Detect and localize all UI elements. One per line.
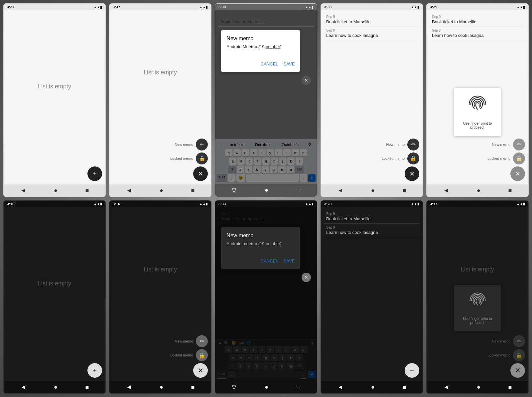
time-1-3: 3:38 [218,5,226,9]
new-memo-btn-1-5[interactable]: ✏ [513,139,525,150]
nav-back-2-3[interactable]: ▽ [232,383,236,391]
status-icons-2-2: ▲▲▮ [199,202,208,206]
status-bar-2-4: 3:28 ▲▲▮ [321,201,423,207]
close-btn-1-3[interactable]: ✕ [302,76,311,85]
nav-home-2-3[interactable]: ● [265,384,268,391]
phone-1-2: 3:37 ▲▲▮ List is empty New memo ✏ Locked… [109,3,211,197]
nav-home-2-1[interactable]: ● [54,384,58,391]
nav-home-1-2[interactable]: ● [160,187,163,194]
nav-home-2-5[interactable]: ● [477,384,480,391]
status-bar-1-5: 3:39 ▲▲▮ [427,4,528,10]
memo-date-2-4-1: Sep 9 [326,212,417,216]
fab-add-2-4[interactable]: + [405,363,419,378]
locked-memo-btn-2-2[interactable]: 🔒 [196,349,208,361]
fab-close-1-5[interactable]: ✕ [510,166,525,181]
save-btn-1-3[interactable]: SAVE [284,61,295,66]
dialog-actions-1-3: CANCEL SAVE [226,61,295,66]
status-bar-2-2: 3:16 ▲▲▮ [109,201,211,207]
time-1-4: 3:38 [324,5,332,9]
locked-memo-row-1-4: Locked memo 🔒 [382,152,419,164]
nav-home-1-3[interactable]: ● [265,187,268,194]
locked-memo-row-2-5: Locked memo 🔒 [487,349,525,361]
nav-recent-2-4[interactable]: ■ [402,384,406,391]
new-memo-btn-2-2[interactable]: ✏ [196,335,208,347]
nav-back-2-5[interactable]: ◄ [443,384,449,391]
nav-home-2-2[interactable]: ● [160,384,163,391]
fp-text-1-5: Use finger print to proceed. [461,121,494,129]
nav-recent-1-5[interactable]: ■ [508,187,512,194]
phone-1-5: 3:39 ▲▲▮ Sep 9 Book ticket to Marseille … [426,3,529,197]
fab-close-2-2[interactable]: ✕ [193,363,208,378]
dialog-content-2-3[interactable]: Android meetup (19 october) [226,241,295,254]
locked-memo-btn-1-4[interactable]: 🔒 [407,152,419,164]
nav-bar-1-2: ◄ ● ■ [109,184,211,197]
dialog-content-1-3[interactable]: Android Meetup (19 october) [226,44,295,57]
nav-home-1-1[interactable]: ● [54,187,58,194]
nav-bar-2-1: ◄ ● ■ [4,381,105,393]
fingerprint-overlay-1-5[interactable]: Use finger print to proceed. [454,88,501,136]
nav-recent-2-5[interactable]: ■ [508,384,512,391]
memo-item-2-4-2[interactable]: Sep 9 Learn how to cook lasagna [324,224,420,237]
memo-item-1-4-1[interactable]: Sep 9 Book ticket to Marseille [324,13,420,27]
status-bar-2-3: 3:33 ▲▲▮ [215,201,317,207]
fab-close-2-5[interactable]: ✕ [510,363,525,378]
status-bar-1-4: 3:38 ▲▲▮ [321,4,423,10]
cancel-btn-1-3[interactable]: CANCEL [261,61,278,66]
fab-area-2-2: New memo ✏ Locked memo 🔒 ✕ [109,332,211,381]
fab-add-2-1[interactable]: + [87,363,102,378]
nav-home-2-4[interactable]: ● [371,384,375,391]
fab-area-1-1: + [4,163,105,184]
content-2-4: Sep 9 Book ticket to Marseille Sep 9 Lea… [321,207,423,381]
nav-back-1-1[interactable]: ◄ [20,187,26,194]
status-bar-1-2: 3:37 ▲▲▮ [109,4,211,10]
status-bar-2-5: 3:17 ▲▲▮ [427,201,528,207]
save-btn-2-3[interactable]: SAVE [284,258,295,263]
nav-recent-1-1[interactable]: ■ [85,187,89,194]
status-icons-2-5: ▲▲▮ [516,202,525,206]
new-memo-row-2-2: New memo ✏ [175,335,208,347]
nav-back-2-1[interactable]: ◄ [20,384,26,391]
nav-bar-1-5: ◄ ● ■ [427,184,528,197]
new-memo-btn-1-2[interactable]: ✏ [196,139,208,150]
locked-memo-btn-1-5[interactable]: 🔒 [513,152,525,164]
fab-close-1-2[interactable]: ✕ [193,166,208,181]
nav-home-1-5[interactable]: ● [477,187,480,194]
nav-back-1-4[interactable]: ◄ [337,187,343,194]
nav-recent-2-1[interactable]: ■ [85,384,89,391]
new-memo-label-1-5: New memo [492,143,510,147]
time-2-5: 3:17 [430,202,437,206]
locked-memo-btn-2-5[interactable]: 🔒 [513,349,525,361]
dialog-1-3: New memo Android Meetup (19 october) CAN… [221,30,300,72]
memo-item-1-5-1: Sep 9 Book ticket to Marseille [429,13,526,27]
nav-recent-1-2[interactable]: ■ [191,187,195,194]
nav-home-1-4[interactable]: ● [371,187,375,194]
nav-recent-1-4[interactable]: ■ [402,187,406,194]
new-memo-btn-1-4[interactable]: ✏ [407,139,419,150]
nav-back-1-5[interactable]: ◄ [443,187,449,194]
memo-item-1-4-2[interactable]: Sep 9 Learn how to cook lasagna [324,27,420,40]
nav-back-1-2[interactable]: ◄ [126,187,132,194]
empty-label-2-2: List is empty [109,207,211,332]
nav-back-2-2[interactable]: ◄ [126,384,132,391]
time-1-1: 3:37 [7,5,14,9]
nav-back-2-4[interactable]: ◄ [337,384,343,391]
locked-memo-btn-1-2[interactable]: 🔒 [196,152,208,164]
close-btn-2-3[interactable]: ✕ [302,273,311,282]
nav-recent-1-3[interactable]: ≡ [297,187,300,194]
status-icons-2-4: ▲▲▮ [411,202,419,206]
new-memo-btn-2-5[interactable]: ✏ [513,335,525,347]
fab-close-1-4[interactable]: ✕ [405,166,419,181]
fingerprint-overlay-2-5[interactable]: Use finger print to proceed. [454,285,501,331]
fab-area-2-4: + [321,360,423,381]
nav-recent-2-3[interactable]: ≡ [297,384,300,391]
phone-2-1: 3:16 ▲▲▮ List is empty + ◄ ● ■ [3,200,106,394]
fab-add-1-1[interactable]: + [87,166,102,181]
cancel-btn-2-3[interactable]: CANCEL [261,258,278,263]
nav-back-1-3[interactable]: ▽ [232,187,236,194]
nav-bar-1-3: ▽ ● ≡ [215,184,317,197]
fab-area-2-5: New memo ✏ Locked memo 🔒 ✕ [427,332,528,381]
status-icons-1-3: ▲▲▮ [305,5,314,9]
memo-item-2-4-1[interactable]: Sep 9 Book ticket to Marseille [324,210,420,224]
dialog-overlay-2-3: New memo Android meetup (19 october) CAN… [215,207,317,381]
nav-recent-2-2[interactable]: ■ [191,384,195,391]
